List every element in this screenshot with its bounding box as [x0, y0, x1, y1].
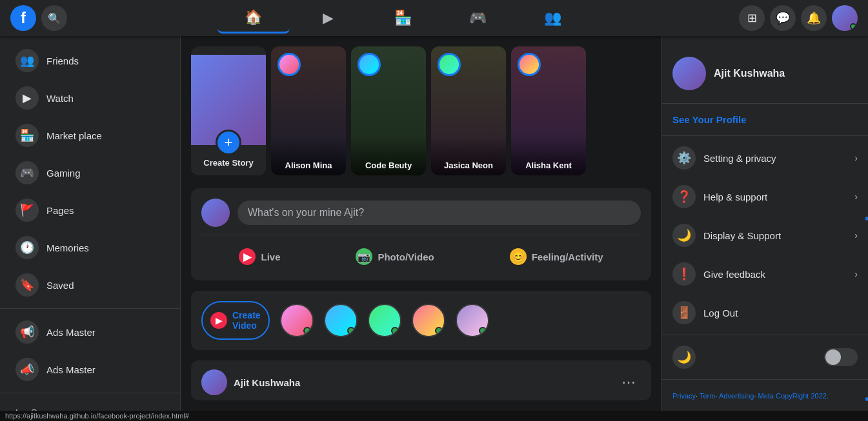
topnav-right: ⊞ 💬 🔔: [739, 5, 858, 31]
messenger-button[interactable]: 💬: [770, 5, 796, 31]
toggle-thumb: [825, 349, 841, 365]
photo-icon: 📷: [356, 248, 372, 265]
online-dot-3: [391, 327, 399, 335]
see-profile-button[interactable]: See Your Profile: [662, 106, 868, 133]
story-code[interactable]: Code Beuty: [351, 46, 426, 175]
story-alison[interactable]: Alison Mina: [271, 46, 346, 175]
sidebar-item-ads-master-2[interactable]: 📣 Ads Master: [5, 351, 175, 387]
copyright-text: CopyRight 2022.: [776, 392, 829, 400]
watch-sidebar-icon: ▶: [15, 86, 39, 110]
alison-avatar: [278, 53, 301, 76]
topnav: f 🔍 🏠 ▶ 🏪 🎮 👥 ⊞ 💬 🔔: [0, 0, 868, 36]
dark-mode-row: 🌙: [662, 338, 868, 377]
messenger-icon: 💬: [776, 11, 790, 25]
facebook-logo[interactable]: f: [10, 5, 36, 31]
nav-groups[interactable]: 👥: [517, 3, 589, 34]
video-record-icon: ▶: [210, 312, 227, 329]
sidebar-item-memories[interactable]: 🕐 Memories: [5, 230, 175, 266]
video-user-1[interactable]: [280, 304, 314, 337]
photo-action[interactable]: 📷 Photo/Video: [345, 243, 444, 270]
feed-post-avatar: [201, 369, 227, 395]
nav-watch[interactable]: ▶: [292, 3, 365, 34]
profile-section: Ajit Kushwaha: [662, 46, 868, 101]
search-button[interactable]: 🔍: [41, 5, 67, 31]
sidebar-label-memories: Memories: [46, 242, 89, 253]
marketplace-sidebar-icon: 🏪: [15, 124, 39, 147]
live-label: Live: [261, 251, 280, 262]
online-dot-1: [303, 327, 311, 335]
sidebar-item-pages[interactable]: 🚩 Pages: [5, 192, 175, 228]
sidebar-item-watch[interactable]: ▶ Watch: [5, 80, 175, 116]
feeling-icon: 😊: [510, 248, 527, 265]
live-action[interactable]: ▶ Live: [228, 243, 290, 270]
feeling-action[interactable]: 😊 Feeling/Activity: [500, 243, 614, 270]
video-user-5[interactable]: [456, 304, 489, 337]
post-input[interactable]: What's on your mine Ajit?: [237, 201, 641, 225]
menu-item-feedback[interactable]: ❗ Give feedback ›: [662, 255, 868, 293]
create-story-card[interactable]: + Create Story: [191, 46, 266, 175]
sidebar-label-gaming: Gaming: [46, 168, 81, 179]
sidebar-label-watch: Watch: [46, 93, 74, 104]
profile-avatar: [672, 57, 706, 90]
video-user-3[interactable]: [368, 304, 401, 337]
friends-icon: 👥: [15, 49, 39, 72]
feed-post-name: Ajit Kushwaha: [234, 377, 610, 388]
video-user-4[interactable]: [412, 304, 445, 337]
notifications-button[interactable]: 🔔: [801, 5, 827, 31]
jasica-avatar: [438, 53, 461, 76]
sidebar-item-gaming[interactable]: 🎮 Gaming: [5, 155, 175, 191]
settings-label: Setting & privacy: [703, 153, 776, 164]
term-link[interactable]: Term: [700, 392, 715, 400]
settings-icon: ⚙️: [672, 146, 696, 170]
sidebar-item-saved[interactable]: 🔖 Saved: [5, 267, 175, 303]
profile-name: Ajit Kushwaha: [714, 68, 785, 79]
dark-mode-toggle[interactable]: [824, 348, 858, 366]
create-video-label: CreateVideo: [232, 310, 261, 331]
privacy-link[interactable]: Privacy: [672, 392, 696, 400]
sidebar-label-marketplace: Market place: [46, 130, 102, 141]
grid-icon: ⊞: [747, 11, 757, 25]
feeling-label: Feeling/Activity: [532, 251, 603, 262]
search-icon: 🔍: [48, 12, 61, 24]
right-divider-4: [662, 379, 868, 380]
ads-icon-2: 📣: [15, 358, 39, 381]
online-dot-2: [347, 327, 355, 335]
sidebar-label-pages: Pages: [46, 205, 74, 216]
advertising-link[interactable]: Advertising: [719, 392, 754, 400]
menu-button[interactable]: ⊞: [739, 5, 765, 31]
saved-sidebar-icon: 🔖: [15, 273, 39, 297]
video-user-2[interactable]: [324, 304, 358, 337]
logout-icon: 🚪: [672, 301, 696, 324]
help-chevron: ›: [854, 191, 858, 202]
display-icon: 🌙: [672, 224, 696, 247]
post-actions: ▶ Live 📷 Photo/Video 😊 Feeling/Activity: [201, 243, 641, 270]
sidebar-right: Ajit Kushwaha See Your Profile ⚙️ Settin…: [661, 36, 868, 421]
main-feed: + Create Story Alison Mina Code Beuty J: [181, 36, 661, 421]
settings-chevron: ›: [854, 153, 858, 163]
ads-icon-1: 📢: [15, 320, 39, 344]
sidebar-item-ads-master-1[interactable]: 📢 Ads Master: [5, 314, 175, 350]
menu-item-display[interactable]: 🌙 Display & Support ›: [662, 216, 868, 255]
memories-sidebar-icon: 🕐: [15, 236, 39, 259]
user-avatar-top[interactable]: [832, 5, 858, 31]
groups-icon: 👥: [544, 10, 561, 26]
sidebar-item-marketplace[interactable]: 🏪 Market place: [5, 117, 175, 153]
meta-link[interactable]: Meta: [758, 392, 774, 400]
create-video-button[interactable]: ▶ CreateVideo: [201, 301, 270, 340]
display-label: Display & Support: [703, 230, 781, 241]
menu-item-settings[interactable]: ⚙️ Setting & privacy ›: [662, 139, 868, 177]
feed-post-more-button[interactable]: ⋯: [616, 371, 641, 393]
online-dot-5: [479, 327, 487, 335]
menu-item-help[interactable]: ❓ Help & support ›: [662, 177, 868, 216]
sidebar-item-friends[interactable]: 👥 Friends: [5, 43, 175, 79]
story-jasica[interactable]: Jasica Neon: [431, 46, 506, 175]
alison-label: Alison Mina: [271, 161, 346, 170]
sidebar-label-saved: Saved: [46, 280, 74, 291]
nav-home[interactable]: 🏠: [217, 3, 290, 34]
menu-item-logout[interactable]: 🚪 Log Out: [662, 293, 868, 332]
watch-icon: ▶: [323, 10, 334, 26]
story-alisha[interactable]: Alisha Kent: [511, 46, 586, 175]
nav-gaming[interactable]: 🎮: [442, 3, 514, 34]
post-box: What's on your mine Ajit? ▶ Live 📷 Photo…: [191, 188, 651, 280]
nav-marketplace[interactable]: 🏪: [367, 3, 439, 34]
